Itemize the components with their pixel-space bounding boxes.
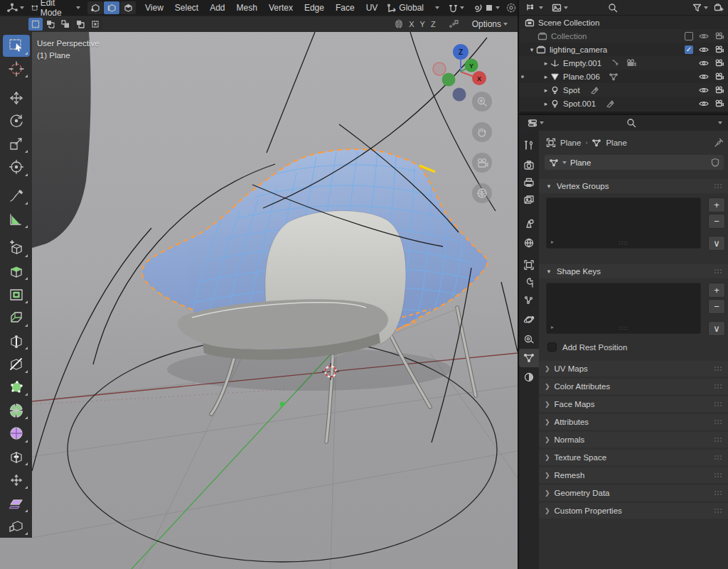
add-rest-position-row[interactable]: Add Rest Position [547, 342, 627, 352]
drag-dots-icon[interactable] [714, 384, 724, 389]
select-mode-invert-button[interactable] [73, 18, 87, 31]
add-rest-position-checkbox[interactable] [547, 342, 557, 352]
section-face-maps[interactable]: ❯ Face Maps [539, 396, 728, 412]
drag-dots-icon[interactable] [714, 269, 724, 274]
pan-view-button[interactable] [472, 122, 492, 142]
outliner-row-lighting-camera[interactable]: ▾ lighting_camera ✓ [519, 43, 728, 56]
proportional-editing-dropdown[interactable] [470, 3, 503, 13]
tab-material[interactable] [519, 368, 539, 386]
face-select-button[interactable] [120, 1, 136, 14]
gizmo-neg-y-ball[interactable] [442, 73, 456, 87]
tab-view-layer[interactable] [519, 190, 539, 209]
vertex-groups-panel-header[interactable]: ▾ Vertex Groups [539, 179, 728, 193]
disclosure-open-icon[interactable]: ▾ [528, 46, 536, 53]
tool-transform[interactable] [3, 156, 30, 178]
mirror-icon[interactable] [392, 19, 405, 29]
menu-uv[interactable]: UV [361, 1, 383, 14]
outliner-display-mode-button[interactable] [549, 3, 571, 13]
outliner-row-collection[interactable]: Collection [519, 29, 728, 43]
tool-annotate[interactable] [3, 185, 30, 207]
hide-eye-icon[interactable] [699, 87, 709, 94]
tool-inset-faces[interactable] [3, 283, 30, 305]
viewport-canvas[interactable]: User Perspective (1) Plane Z Y X [0, 32, 518, 569]
menu-face[interactable]: Face [331, 1, 360, 14]
tool-shrink-fatten[interactable] [3, 469, 30, 491]
tool-select-box[interactable] [3, 35, 30, 57]
vertex-select-button[interactable] [87, 1, 103, 14]
tab-particles[interactable] [519, 291, 539, 310]
shape-keys-list[interactable]: ▸ :::: [546, 283, 701, 334]
tool-smooth[interactable] [3, 423, 30, 445]
search-icon[interactable] [626, 118, 636, 128]
outliner-row-spot[interactable]: ▸ Spot [519, 83, 728, 97]
breadcrumb-data[interactable]: Plane [606, 139, 626, 147]
hide-eye-icon[interactable] [699, 100, 709, 107]
snap-symmetry-icon[interactable] [448, 19, 459, 29]
add-shape-key-button[interactable]: + [708, 283, 725, 298]
menu-view[interactable]: View [140, 1, 168, 14]
tab-render[interactable] [519, 156, 539, 175]
drag-dots-icon[interactable] [714, 455, 724, 460]
edge-select-button[interactable] [104, 1, 119, 14]
zoom-view-button[interactable] [472, 92, 492, 112]
section-color-attributes[interactable]: ❯ Color Attributes [539, 379, 728, 394]
disclosure-closed-icon[interactable]: ▸ [542, 87, 550, 94]
add-vertex-group-button[interactable]: + [708, 197, 725, 212]
new-collection-icon[interactable] [714, 3, 724, 12]
section-custom-properties[interactable]: ❯ Custom Properties [539, 503, 728, 519]
tool-scale[interactable] [3, 134, 30, 156]
render-enable-icon[interactable] [714, 45, 724, 53]
drag-dots-icon[interactable] [714, 401, 724, 407]
tool-spin[interactable] [3, 399, 30, 421]
axis-toggle-z[interactable]: Z [429, 20, 438, 28]
tool-rotate[interactable] [3, 110, 30, 132]
tab-constraints[interactable] [519, 330, 539, 348]
axis-toggle-y[interactable]: Y [418, 20, 427, 28]
drag-dots-icon[interactable] [714, 437, 724, 443]
menu-edge[interactable]: Edge [299, 1, 329, 14]
tool-bevel[interactable] [3, 307, 30, 329]
camera-view-button[interactable] [472, 153, 492, 173]
drag-dots-icon[interactable] [714, 508, 724, 514]
section-normals[interactable]: ❯ Normals [539, 432, 728, 448]
outliner-row-spot-001[interactable]: ▸ Spot.001 [519, 97, 728, 110]
tool-rip-region[interactable] [3, 516, 30, 538]
properties-editor-type-button[interactable] [525, 118, 547, 129]
tool-poly-build[interactable] [3, 376, 30, 399]
search-icon[interactable] [608, 3, 618, 13]
drag-dots-icon[interactable] [714, 366, 724, 372]
tab-scene[interactable] [519, 215, 539, 233]
section-geometry-data[interactable]: ❯ Geometry Data [539, 485, 728, 501]
select-mode-extend-button[interactable] [43, 18, 58, 31]
tab-object[interactable] [519, 256, 539, 274]
gizmo-neg-z-ball[interactable] [453, 88, 466, 102]
list-grip-dots[interactable]: :::: [619, 239, 628, 246]
hide-eye-icon[interactable] [699, 46, 709, 53]
gizmo-y-ball[interactable]: Y [465, 59, 478, 72]
shape-key-specials-button[interactable]: ∨ [708, 321, 725, 336]
hide-eye-icon[interactable] [699, 60, 709, 67]
hide-eye-icon[interactable] [699, 73, 709, 80]
outliner-row-empty-001[interactable]: ▸ Empty.001 [519, 56, 728, 70]
transform-orientation-dropdown[interactable]: Global [384, 2, 442, 13]
shape-keys-panel-header[interactable]: ▾ Shape Keys [539, 264, 728, 278]
chevron-down-icon[interactable] [718, 121, 722, 124]
outliner-row-plane-006[interactable]: ▸ Plane.006 [519, 70, 728, 83]
exclude-checkbox[interactable] [685, 32, 693, 40]
drag-dots-icon[interactable] [714, 472, 724, 478]
disclosure-closed-icon[interactable]: ▸ [542, 60, 550, 67]
menu-mesh[interactable]: Mesh [232, 1, 262, 14]
perspective-toggle-button[interactable] [472, 183, 492, 203]
drag-dots-icon[interactable] [714, 490, 724, 496]
options-dropdown[interactable]: Options [469, 18, 510, 30]
gizmo-neg-x-ball[interactable] [433, 63, 446, 75]
section-attributes[interactable]: ❯ Attributes [539, 414, 728, 430]
disclosure-closed-icon[interactable]: ▸ [542, 73, 550, 80]
tab-tool[interactable] [519, 136, 539, 155]
render-enable-icon[interactable] [714, 99, 724, 107]
hide-eye-icon[interactable] [699, 33, 709, 40]
remove-vertex-group-button[interactable]: − [708, 214, 725, 229]
drag-dots-icon[interactable] [714, 419, 724, 425]
outliner-row-scene-collection[interactable]: Scene Collection [519, 16, 728, 29]
tab-world[interactable] [519, 234, 539, 252]
